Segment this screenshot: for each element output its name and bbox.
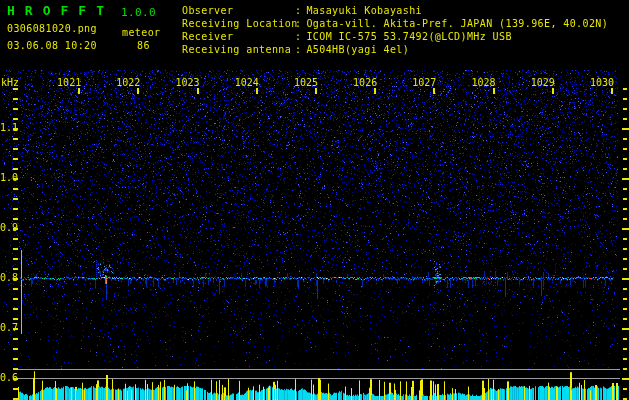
freq-axis-unit-label: kHz: [1, 77, 19, 88]
station-info-block: Observer:Masayuki Kobayashi Receiving Lo…: [182, 4, 608, 56]
time-tick-label: 1028: [466, 77, 496, 88]
spectrogram-canvas: [0, 0, 629, 400]
time-tick-label: 1021: [51, 77, 81, 88]
freq-tick-label: 0.9: [0, 222, 14, 233]
app-title: HROFFT: [7, 3, 114, 18]
hrofft-window: HROFFT 1.0.0 0306081020.png meteor 03.06…: [0, 0, 629, 400]
freq-tick-label: 1.0: [0, 172, 14, 183]
info-label: Observer: [182, 4, 295, 17]
info-row: Receiving antenna:A504HB(yagi 4el): [182, 43, 608, 56]
time-tick-label: 1022: [110, 77, 140, 88]
time-tick-label: 1025: [288, 77, 318, 88]
info-colon: :: [295, 31, 301, 42]
info-value: ICOM IC-575 53.7492(@LCD)MHz USB: [306, 31, 511, 42]
time-tick-label: 1029: [525, 77, 555, 88]
output-filename: 0306081020.png: [7, 23, 97, 34]
info-label: Receiver: [182, 30, 295, 43]
time-tick-label: 1027: [406, 77, 436, 88]
time-tick-label: 1023: [170, 77, 200, 88]
observation-mode: meteor: [122, 27, 161, 38]
info-colon: :: [295, 44, 301, 55]
info-row: Receiving Location:Ogata-vill. Akita-Pre…: [182, 17, 608, 30]
freq-tick-label: 0.7: [0, 322, 14, 333]
info-value: Ogata-vill. Akita-Pref. JAPAN (139.96E, …: [306, 18, 608, 29]
app-version: 1.0.0: [121, 6, 156, 19]
observation-datetime: 03.06.08 10:20: [7, 40, 97, 51]
info-value: Masayuki Kobayashi: [306, 5, 422, 16]
time-tick-label: 1030: [584, 77, 614, 88]
info-colon: :: [295, 5, 301, 16]
freq-tick-label: 0.8: [0, 272, 14, 283]
time-tick-label: 1024: [229, 77, 259, 88]
info-label: Receiving antenna: [182, 43, 295, 56]
info-row: Receiver:ICOM IC-575 53.7492(@LCD)MHz US…: [182, 30, 608, 43]
time-tick-label: 1026: [347, 77, 377, 88]
meteor-count: 86: [137, 40, 150, 51]
freq-tick-label: 1.1: [0, 122, 14, 133]
info-row: Observer:Masayuki Kobayashi: [182, 4, 608, 17]
freq-tick-label: 0.6: [0, 372, 14, 383]
info-colon: :: [295, 18, 301, 29]
info-label: Receiving Location: [182, 17, 295, 30]
info-value: A504HB(yagi 4el): [306, 44, 409, 55]
